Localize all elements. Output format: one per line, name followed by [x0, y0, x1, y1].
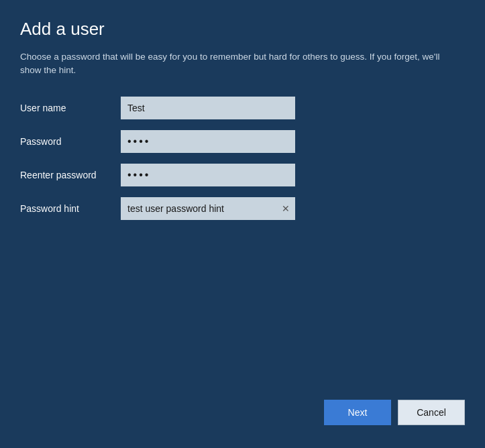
dialog-title: Add a user [20, 19, 465, 40]
button-row: Next Cancel [20, 400, 465, 432]
dialog-description: Choose a password that will be easy for … [20, 50, 449, 78]
reenter-password-row: Reenter password [20, 164, 465, 186]
hint-label: Password hint [20, 203, 121, 214]
hint-row: Password hint ✕ [20, 197, 465, 220]
username-input[interactable] [121, 97, 295, 119]
password-label: Password [20, 136, 121, 147]
cancel-button[interactable]: Cancel [398, 400, 465, 425]
password-row: Password [20, 130, 465, 153]
username-row: User name [20, 97, 465, 119]
password-input[interactable] [121, 130, 295, 153]
add-user-dialog: Add a user Choose a password that will b… [0, 0, 485, 448]
hint-input[interactable] [121, 197, 295, 220]
reenter-password-input[interactable] [121, 164, 295, 186]
reenter-password-label: Reenter password [20, 170, 121, 180]
hint-input-wrapper: ✕ [121, 197, 295, 220]
next-button[interactable]: Next [324, 400, 391, 425]
username-label: User name [20, 103, 121, 113]
clear-hint-icon[interactable]: ✕ [282, 204, 290, 213]
form-area: User name Password Reenter password Pass… [20, 97, 465, 220]
